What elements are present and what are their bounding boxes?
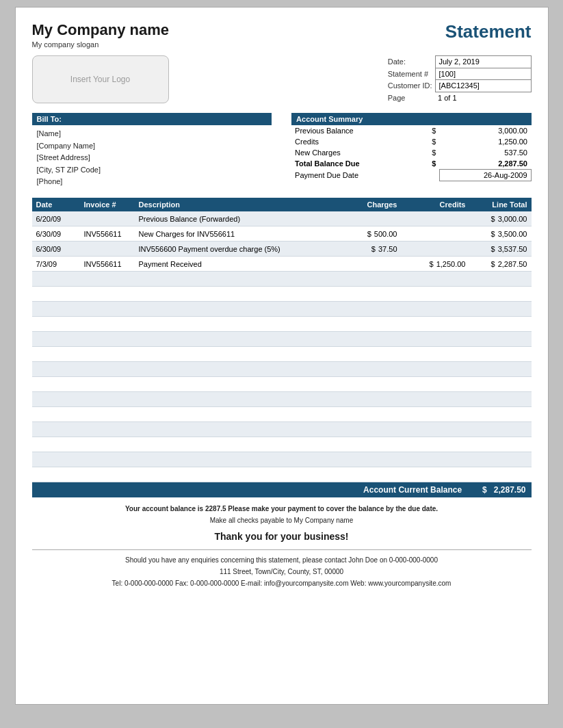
table-header-row: Date Invoice # Description Charges Credi…	[32, 198, 532, 211]
table-cell	[470, 347, 532, 362]
table-cell	[80, 347, 135, 362]
col-description: Description	[135, 198, 333, 211]
balance-notice: Your account balance is 2287.5 Please ma…	[32, 503, 532, 515]
table-cell	[333, 302, 402, 317]
table-cell: $3,000.00	[470, 211, 532, 226]
table-cell	[135, 272, 333, 287]
table-cell	[80, 377, 135, 392]
table-cell	[135, 437, 333, 452]
table-row	[32, 287, 532, 302]
table-cell	[402, 392, 470, 407]
table-cell: Previous Balance (Forwarded)	[135, 211, 333, 226]
table-cell	[470, 452, 532, 467]
table-row	[32, 407, 532, 422]
summary-total-dollar: $	[419, 158, 439, 170]
col-charges: Charges	[333, 198, 402, 211]
table-cell	[402, 272, 470, 287]
bill-line-2: [Company Name]	[37, 140, 267, 153]
table-cell	[333, 211, 402, 226]
table-cell	[402, 452, 470, 467]
table-cell	[32, 467, 80, 482]
notes-section: Your account balance is 2287.5 Please ma…	[32, 503, 532, 589]
table-row	[32, 452, 532, 467]
table-row	[32, 437, 532, 452]
table-cell: 6/30/09	[32, 226, 80, 242]
table-row: 6/20/09Previous Balance (Forwarded)$3,00…	[32, 211, 532, 226]
table-cell	[80, 407, 135, 422]
table-cell	[135, 362, 333, 377]
checks-payable: Make all checks payable to My Company na…	[32, 515, 532, 526]
table-cell	[32, 437, 80, 452]
table-cell: New Charges for INV556611	[135, 226, 333, 242]
bill-line-3: [Street Address]	[37, 152, 267, 164]
table-cell: 7/3/09	[32, 257, 80, 272]
table-cell	[470, 377, 532, 392]
page-value: 1 of 1	[435, 92, 531, 103]
table-cell	[32, 317, 80, 332]
table-cell	[333, 362, 402, 377]
table-cell	[333, 392, 402, 407]
thank-you: Thank you for your business!	[32, 529, 532, 545]
table-cell	[333, 347, 402, 362]
table-cell	[402, 407, 470, 422]
table-cell	[333, 272, 402, 287]
table-cell	[402, 317, 470, 332]
table-cell	[470, 317, 532, 332]
table-cell: INV556611	[80, 226, 135, 242]
table-cell: $3,537.50	[470, 242, 532, 257]
table-cell	[32, 287, 80, 302]
summary-row-prev-balance: Previous Balance $ 3,000.00	[291, 125, 531, 136]
table-cell	[80, 211, 135, 226]
table-cell	[135, 317, 333, 332]
customer-value: [ABC12345]	[435, 80, 531, 92]
col-date: Date	[32, 198, 80, 211]
header: My Company name My company slogan Statem…	[32, 21, 532, 49]
balance-footer-label: Account Current Balance	[363, 485, 462, 495]
company-name: My Company name	[32, 21, 170, 39]
table-row: 6/30/09INV556600 Payment overdue charge …	[32, 242, 532, 257]
table-row	[32, 377, 532, 392]
divider	[32, 549, 532, 550]
table-cell	[333, 377, 402, 392]
table-cell	[80, 242, 135, 257]
table-cell: $3,500.00	[470, 226, 532, 242]
table-cell	[470, 422, 532, 437]
table-cell	[32, 347, 80, 362]
table-cell	[333, 467, 402, 482]
summary-credits-amount: 1,250.00	[439, 136, 531, 147]
table-cell	[402, 332, 470, 347]
table-row	[32, 467, 532, 482]
table-cell	[80, 272, 135, 287]
address: 111 Street, Town/City, County, ST, 00000	[32, 566, 532, 577]
table-cell	[32, 422, 80, 437]
logo-info-row: Insert Your Logo Date: July 2, 2019 Stat…	[32, 55, 532, 103]
statement-value: [100]	[435, 68, 531, 80]
statement-label: Statement #	[385, 68, 435, 80]
table-cell	[333, 332, 402, 347]
page-label: Page	[385, 92, 435, 103]
table-cell	[333, 287, 402, 302]
table-row	[32, 317, 532, 332]
table-cell	[470, 362, 532, 377]
table-cell	[32, 362, 80, 377]
table-cell	[135, 392, 333, 407]
account-summary-section: Account Summary Previous Balance $ 3,000…	[291, 113, 531, 191]
table-cell	[470, 302, 532, 317]
table-cell: 6/30/09	[32, 242, 80, 257]
table-cell	[135, 467, 333, 482]
account-summary-table: Previous Balance $ 3,000.00 Credits $ 1,…	[291, 125, 531, 181]
table-cell: 6/20/09	[32, 211, 80, 226]
statement-page: My Company name My company slogan Statem…	[15, 7, 549, 705]
table-row	[32, 272, 532, 287]
table-row	[32, 302, 532, 317]
bill-summary-row: Bill To: [Name] [Company Name] [Street A…	[32, 113, 532, 191]
table-cell	[80, 452, 135, 467]
summary-row-total: Total Balance Due $ 2,287.50	[291, 158, 531, 170]
col-credits: Credits	[402, 198, 470, 211]
table-row	[32, 347, 532, 362]
table-cell	[32, 302, 80, 317]
company-info: My Company name My company slogan	[32, 21, 170, 49]
table-cell	[135, 452, 333, 467]
col-invoice: Invoice #	[80, 198, 135, 211]
balance-footer: Account Current Balance $ 2,287.50	[32, 482, 532, 497]
